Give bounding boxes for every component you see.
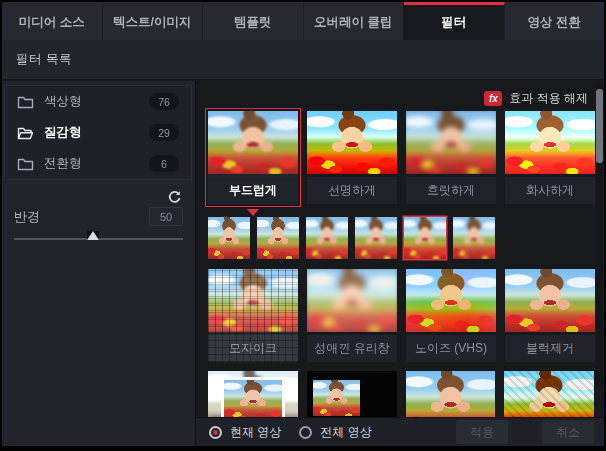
remove-effect-button[interactable]: fx 효과 적용 해제	[484, 90, 588, 107]
filter-name: 성애낀 유리창	[307, 335, 397, 362]
filter-name: 노이즈 (VHS)	[406, 335, 496, 362]
sidebar-item-color-type[interactable]: 색상형 76	[5, 86, 191, 117]
filter-card-deblock[interactable]: 블럭제거	[505, 269, 595, 362]
sample-photo	[307, 269, 397, 332]
filter-name: 화사하게	[505, 177, 595, 204]
count-badge: 29	[149, 124, 179, 141]
radio-unselected-icon[interactable]	[299, 426, 312, 439]
category-label: 색상형	[44, 93, 82, 110]
filter-name: 블럭제거	[505, 335, 595, 362]
tab-overlay-clip[interactable]: 오버레이 클립	[304, 2, 405, 40]
radio-selected-icon[interactable]	[209, 426, 222, 439]
framed-photo	[221, 377, 286, 417]
count-badge: 6	[149, 155, 179, 172]
slider-thumb[interactable]	[87, 231, 99, 240]
filter-scroll-area: fx 효과 적용 해제 부드럽게	[196, 81, 604, 417]
folder-open-icon	[17, 126, 34, 140]
filter-gallery: fx 효과 적용 해제 부드럽게	[195, 81, 604, 446]
radius-control-section: 반경 50	[14, 188, 183, 246]
filter-row-1: 부드럽게 선명하게 흐릿하게 화사하게	[208, 111, 594, 204]
radius-label: 반경	[14, 208, 40, 226]
tab-template[interactable]: 템플릿	[203, 2, 304, 40]
filter-thumbnail	[307, 269, 397, 332]
variant-thumbnail-2[interactable]	[257, 217, 299, 259]
sample-photo	[504, 371, 594, 417]
filter-category-sidebar: 색상형 76 질감형 29 전환형 6	[2, 81, 195, 446]
sample-photo	[257, 217, 299, 259]
fx-icon: fx	[484, 91, 502, 106]
filter-thumbnail	[406, 269, 496, 332]
filter-thumbnail-sketch[interactable]	[504, 371, 594, 417]
cancel-button[interactable]: 취소	[542, 420, 594, 444]
filter-panel: 미디어 소스 텍스트/이미지 템플릿 오버레이 클립 필터 영상 전환 필터 목…	[2, 2, 604, 446]
filter-thumbnail	[406, 111, 496, 174]
sample-photo	[355, 217, 397, 259]
radio-label: 현재 영상	[230, 424, 281, 441]
sample-photo	[505, 269, 595, 332]
filter-thumbnail	[505, 111, 595, 174]
radius-slider[interactable]	[14, 232, 183, 246]
filter-grid: 부드럽게 선명하게 흐릿하게 화사하게	[208, 111, 594, 417]
radio-all-video[interactable]: 전체 영상	[299, 424, 371, 441]
top-tabbar: 미디어 소스 텍스트/이미지 템플릿 오버레이 클립 필터 영상 전환	[2, 2, 604, 40]
tab-media-source[interactable]: 미디어 소스	[2, 2, 103, 40]
variant-thumbnail-6[interactable]	[453, 217, 495, 259]
sidebar-item-transition-type[interactable]: 전환형 6	[5, 148, 191, 179]
filter-name: 선명하게	[307, 177, 397, 204]
filter-name: 부드럽게	[208, 177, 298, 204]
filter-card-frosted-glass[interactable]: 성애낀 유리창	[307, 269, 397, 362]
filter-name: 모자이크	[208, 335, 298, 362]
variant-thumbnail-3[interactable]	[306, 217, 348, 259]
inset-photo	[313, 380, 360, 417]
variant-thumbnail-4[interactable]	[355, 217, 397, 259]
filter-thumbnail	[505, 269, 595, 332]
sample-photo	[453, 217, 495, 259]
filter-thumbnail-frame[interactable]	[208, 371, 298, 417]
remove-effect-label: 효과 적용 해제	[509, 90, 588, 107]
sample-photo	[208, 217, 250, 259]
sample-photo	[208, 269, 298, 332]
sample-photo	[406, 371, 496, 417]
favorite-heart-icon[interactable]	[281, 115, 293, 133]
tab-video-transition[interactable]: 영상 전환	[505, 2, 605, 40]
radio-label: 전체 영상	[320, 424, 371, 441]
variant-thumbnail-1[interactable]	[208, 217, 250, 259]
tab-filter[interactable]: 필터	[404, 2, 505, 40]
sample-photo	[406, 111, 496, 174]
sample-photo	[505, 111, 595, 174]
scrollbar[interactable]	[596, 83, 603, 386]
scrollbar-thumb[interactable]	[596, 89, 603, 163]
filter-list-header: 필터 목록	[2, 40, 604, 80]
category-folder-list: 색상형 76 질감형 29 전환형 6	[4, 85, 192, 180]
filter-card-sharpen[interactable]: 선명하게	[307, 111, 397, 204]
sample-photo	[406, 269, 496, 332]
tab-text-image[interactable]: 텍스트/이미지	[103, 2, 204, 40]
soften-variant-strip	[208, 217, 594, 259]
sample-photo	[306, 217, 348, 259]
sample-photo	[404, 217, 446, 259]
category-label: 질감형	[44, 124, 82, 141]
count-badge: 76	[149, 93, 179, 110]
filter-card-brighten[interactable]: 화사하게	[505, 111, 595, 204]
filter-thumbnail-letterbox[interactable]	[307, 371, 397, 417]
radius-value-field[interactable]: 50	[149, 207, 183, 226]
sidebar-item-texture-type[interactable]: 질감형 29	[5, 117, 191, 148]
filter-thumbnail	[208, 269, 298, 332]
variant-thumbnail-5-selected[interactable]	[404, 217, 446, 259]
selected-caret	[247, 209, 259, 216]
filter-card-soften[interactable]: 부드럽게	[208, 111, 298, 204]
app-window: 미디어 소스 텍스트/이미지 템플릿 오버레이 클립 필터 영상 전환 필터 목…	[0, 0, 606, 451]
filter-card-blur[interactable]: 흐릿하게	[406, 111, 496, 204]
filter-thumbnail-plain[interactable]	[406, 371, 496, 417]
folder-closed-icon	[17, 95, 34, 109]
folder-closed-icon	[17, 157, 34, 171]
apply-button[interactable]: 적용	[456, 420, 508, 444]
filter-thumbnail	[208, 111, 298, 174]
sample-photo	[221, 377, 286, 417]
sample-photo	[313, 380, 360, 417]
sample-photo	[307, 111, 397, 174]
filter-card-mosaic[interactable]: 모자이크	[208, 269, 298, 362]
radio-current-video[interactable]: 현재 영상	[209, 424, 281, 441]
refresh-icon[interactable]	[165, 188, 183, 206]
filter-card-noise-vhs[interactable]: 노이즈 (VHS)	[406, 269, 496, 362]
